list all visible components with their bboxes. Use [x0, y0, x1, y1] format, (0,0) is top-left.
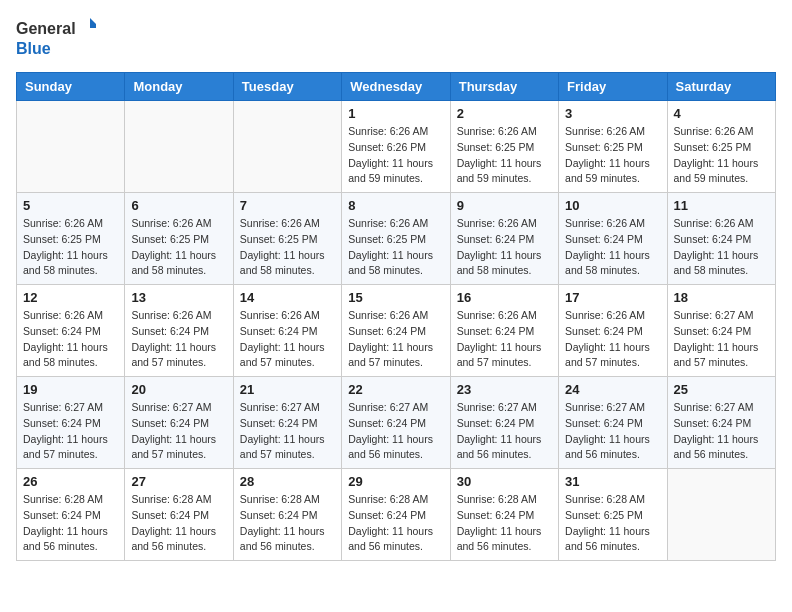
weekday-header-friday: Friday [559, 73, 667, 101]
calendar-day-cell: 5Sunrise: 6:26 AMSunset: 6:25 PMDaylight… [17, 193, 125, 285]
calendar-day-cell: 14Sunrise: 6:26 AMSunset: 6:24 PMDayligh… [233, 285, 341, 377]
day-info: Sunrise: 6:27 AMSunset: 6:24 PMDaylight:… [457, 400, 552, 463]
calendar-day-cell: 18Sunrise: 6:27 AMSunset: 6:24 PMDayligh… [667, 285, 775, 377]
calendar-day-cell: 10Sunrise: 6:26 AMSunset: 6:24 PMDayligh… [559, 193, 667, 285]
calendar-day-cell: 4Sunrise: 6:26 AMSunset: 6:25 PMDaylight… [667, 101, 775, 193]
day-number: 23 [457, 382, 552, 397]
day-info: Sunrise: 6:26 AMSunset: 6:24 PMDaylight:… [565, 308, 660, 371]
calendar-day-cell: 9Sunrise: 6:26 AMSunset: 6:24 PMDaylight… [450, 193, 558, 285]
day-number: 3 [565, 106, 660, 121]
day-number: 25 [674, 382, 769, 397]
day-number: 9 [457, 198, 552, 213]
svg-text:General: General [16, 20, 76, 37]
day-info: Sunrise: 6:26 AMSunset: 6:25 PMDaylight:… [240, 216, 335, 279]
day-number: 2 [457, 106, 552, 121]
day-number: 29 [348, 474, 443, 489]
day-info: Sunrise: 6:26 AMSunset: 6:25 PMDaylight:… [131, 216, 226, 279]
calendar-day-cell: 26Sunrise: 6:28 AMSunset: 6:24 PMDayligh… [17, 469, 125, 561]
day-info: Sunrise: 6:28 AMSunset: 6:24 PMDaylight:… [240, 492, 335, 555]
day-number: 12 [23, 290, 118, 305]
day-number: 17 [565, 290, 660, 305]
weekday-header-sunday: Sunday [17, 73, 125, 101]
page-header: General Blue [16, 16, 776, 60]
weekday-header-monday: Monday [125, 73, 233, 101]
day-info: Sunrise: 6:27 AMSunset: 6:24 PMDaylight:… [674, 400, 769, 463]
day-number: 31 [565, 474, 660, 489]
calendar-day-cell: 21Sunrise: 6:27 AMSunset: 6:24 PMDayligh… [233, 377, 341, 469]
day-info: Sunrise: 6:26 AMSunset: 6:24 PMDaylight:… [674, 216, 769, 279]
day-info: Sunrise: 6:26 AMSunset: 6:24 PMDaylight:… [131, 308, 226, 371]
day-number: 22 [348, 382, 443, 397]
calendar-day-cell: 27Sunrise: 6:28 AMSunset: 6:24 PMDayligh… [125, 469, 233, 561]
calendar-week-5: 26Sunrise: 6:28 AMSunset: 6:24 PMDayligh… [17, 469, 776, 561]
day-number: 7 [240, 198, 335, 213]
day-info: Sunrise: 6:26 AMSunset: 6:24 PMDaylight:… [23, 308, 118, 371]
calendar-week-3: 12Sunrise: 6:26 AMSunset: 6:24 PMDayligh… [17, 285, 776, 377]
day-number: 8 [348, 198, 443, 213]
weekday-header-saturday: Saturday [667, 73, 775, 101]
weekday-header-tuesday: Tuesday [233, 73, 341, 101]
day-info: Sunrise: 6:28 AMSunset: 6:24 PMDaylight:… [457, 492, 552, 555]
svg-marker-2 [90, 18, 96, 28]
day-info: Sunrise: 6:26 AMSunset: 6:25 PMDaylight:… [23, 216, 118, 279]
day-info: Sunrise: 6:26 AMSunset: 6:24 PMDaylight:… [240, 308, 335, 371]
calendar-day-cell: 3Sunrise: 6:26 AMSunset: 6:25 PMDaylight… [559, 101, 667, 193]
day-info: Sunrise: 6:27 AMSunset: 6:24 PMDaylight:… [240, 400, 335, 463]
day-info: Sunrise: 6:27 AMSunset: 6:24 PMDaylight:… [674, 308, 769, 371]
calendar-day-cell: 7Sunrise: 6:26 AMSunset: 6:25 PMDaylight… [233, 193, 341, 285]
day-info: Sunrise: 6:28 AMSunset: 6:25 PMDaylight:… [565, 492, 660, 555]
day-number: 11 [674, 198, 769, 213]
calendar-day-cell: 12Sunrise: 6:26 AMSunset: 6:24 PMDayligh… [17, 285, 125, 377]
calendar-day-cell [125, 101, 233, 193]
calendar-day-cell: 20Sunrise: 6:27 AMSunset: 6:24 PMDayligh… [125, 377, 233, 469]
calendar-day-cell: 2Sunrise: 6:26 AMSunset: 6:25 PMDaylight… [450, 101, 558, 193]
day-number: 18 [674, 290, 769, 305]
day-info: Sunrise: 6:26 AMSunset: 6:25 PMDaylight:… [457, 124, 552, 187]
calendar-day-cell: 24Sunrise: 6:27 AMSunset: 6:24 PMDayligh… [559, 377, 667, 469]
day-number: 6 [131, 198, 226, 213]
calendar-day-cell: 23Sunrise: 6:27 AMSunset: 6:24 PMDayligh… [450, 377, 558, 469]
day-info: Sunrise: 6:26 AMSunset: 6:26 PMDaylight:… [348, 124, 443, 187]
day-info: Sunrise: 6:27 AMSunset: 6:24 PMDaylight:… [348, 400, 443, 463]
day-info: Sunrise: 6:27 AMSunset: 6:24 PMDaylight:… [131, 400, 226, 463]
weekday-header-wednesday: Wednesday [342, 73, 450, 101]
day-number: 16 [457, 290, 552, 305]
day-info: Sunrise: 6:27 AMSunset: 6:24 PMDaylight:… [23, 400, 118, 463]
calendar-day-cell: 15Sunrise: 6:26 AMSunset: 6:24 PMDayligh… [342, 285, 450, 377]
day-info: Sunrise: 6:27 AMSunset: 6:24 PMDaylight:… [565, 400, 660, 463]
calendar-day-cell: 30Sunrise: 6:28 AMSunset: 6:24 PMDayligh… [450, 469, 558, 561]
day-info: Sunrise: 6:26 AMSunset: 6:25 PMDaylight:… [565, 124, 660, 187]
day-number: 13 [131, 290, 226, 305]
calendar-day-cell: 28Sunrise: 6:28 AMSunset: 6:24 PMDayligh… [233, 469, 341, 561]
calendar-day-cell: 29Sunrise: 6:28 AMSunset: 6:24 PMDayligh… [342, 469, 450, 561]
day-number: 26 [23, 474, 118, 489]
day-info: Sunrise: 6:28 AMSunset: 6:24 PMDaylight:… [23, 492, 118, 555]
day-number: 4 [674, 106, 769, 121]
day-number: 15 [348, 290, 443, 305]
svg-text:Blue: Blue [16, 40, 51, 57]
day-number: 20 [131, 382, 226, 397]
calendar-table: SundayMondayTuesdayWednesdayThursdayFrid… [16, 72, 776, 561]
day-number: 21 [240, 382, 335, 397]
calendar-day-cell: 13Sunrise: 6:26 AMSunset: 6:24 PMDayligh… [125, 285, 233, 377]
day-number: 24 [565, 382, 660, 397]
calendar-day-cell: 22Sunrise: 6:27 AMSunset: 6:24 PMDayligh… [342, 377, 450, 469]
calendar-day-cell: 17Sunrise: 6:26 AMSunset: 6:24 PMDayligh… [559, 285, 667, 377]
day-info: Sunrise: 6:28 AMSunset: 6:24 PMDaylight:… [348, 492, 443, 555]
day-number: 1 [348, 106, 443, 121]
calendar-day-cell: 19Sunrise: 6:27 AMSunset: 6:24 PMDayligh… [17, 377, 125, 469]
weekday-header-row: SundayMondayTuesdayWednesdayThursdayFrid… [17, 73, 776, 101]
calendar-day-cell: 25Sunrise: 6:27 AMSunset: 6:24 PMDayligh… [667, 377, 775, 469]
calendar-day-cell [17, 101, 125, 193]
calendar-week-2: 5Sunrise: 6:26 AMSunset: 6:25 PMDaylight… [17, 193, 776, 285]
day-number: 28 [240, 474, 335, 489]
calendar-day-cell: 31Sunrise: 6:28 AMSunset: 6:25 PMDayligh… [559, 469, 667, 561]
logo: General Blue [16, 16, 96, 60]
day-number: 19 [23, 382, 118, 397]
day-info: Sunrise: 6:26 AMSunset: 6:24 PMDaylight:… [457, 308, 552, 371]
day-number: 30 [457, 474, 552, 489]
day-info: Sunrise: 6:26 AMSunset: 6:25 PMDaylight:… [674, 124, 769, 187]
logo-icon: General Blue [16, 16, 96, 60]
day-info: Sunrise: 6:26 AMSunset: 6:25 PMDaylight:… [348, 216, 443, 279]
calendar-day-cell [233, 101, 341, 193]
